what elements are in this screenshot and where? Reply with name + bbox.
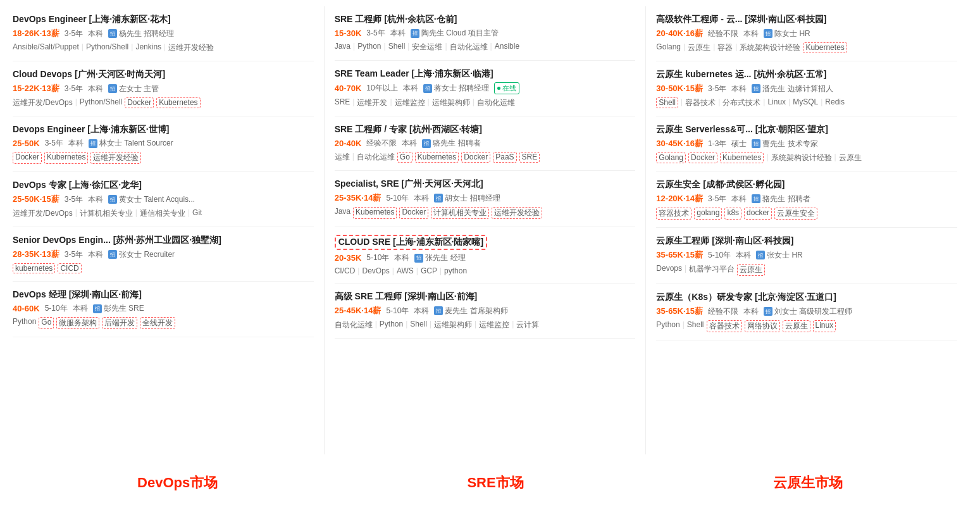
job-education: 本科 <box>731 84 747 94</box>
tag-item: 系统架构设计经验 <box>740 42 800 53</box>
job-card[interactable]: DevOps Engineer [上海·浦东新区·花木]18-26K·13薪3-… <box>13 6 314 61</box>
tag-item: Kubernetes <box>720 153 764 163</box>
recruiter-name: 潘先生 边缘计算招人 <box>762 84 833 94</box>
recruiter-name: 麦先生 首席架构师 <box>445 306 507 316</box>
tag-item: Linux <box>767 97 786 108</box>
tag-separator: | <box>406 320 407 330</box>
tag-item: 运维开发经验 <box>168 42 214 53</box>
job-education: 本科 <box>414 193 429 204</box>
tag-separator: | <box>766 153 768 163</box>
recruiter-icon: 招 <box>434 194 443 203</box>
recruiter-icon: 招 <box>752 84 760 93</box>
job-card[interactable]: DevOps 专家 [上海·徐汇区·龙华]25-50K·15薪3-5年本科招黄女… <box>13 172 314 227</box>
tag-item: Kubernetes <box>156 97 200 108</box>
job-title: DevOps Engineer [上海·浦东新区·花木] <box>13 14 314 25</box>
recruiter-icon: 招 <box>411 29 419 38</box>
tag-item: kubernetes <box>13 263 55 273</box>
job-experience: 3-5年 <box>65 84 83 94</box>
tag-item: 通信相关专业 <box>140 208 185 219</box>
job-card[interactable]: 高级 SRE 工程师 [深圳·南山区·前海]25-45K·14薪5-10年本科招… <box>335 284 636 339</box>
tag-separator: | <box>735 42 737 53</box>
job-card[interactable]: SRE 工程师 [杭州·余杭区·仓前]15-30K3-5年本科招陶先生 Clou… <box>335 6 636 61</box>
tag-separator: | <box>353 42 355 53</box>
job-card[interactable]: Senior DevOps Engin... [苏州·苏州工业园区·独墅湖]28… <box>13 227 314 282</box>
job-salary: 35-65K·15薪 <box>656 249 703 261</box>
footer: DevOps市场SRE市场云原生市场 <box>13 461 967 499</box>
tag-item: Shell <box>656 97 678 108</box>
job-recruiter: 招张女士 Recruiter <box>108 249 175 260</box>
tag-item: 运维开发 <box>357 97 387 108</box>
tag-item: 云原生安全 <box>774 208 817 220</box>
job-education: 本科 <box>736 250 751 261</box>
job-tags: 自动化运维|Python|Shell|运维架构师|运维监控|云计算 <box>335 320 636 330</box>
tag-item: GCP <box>421 266 437 275</box>
job-card[interactable]: CLOUD SRE [上海·浦东新区·陆家嘴]20-35K5-10年本科招张先生… <box>335 227 636 284</box>
job-title: SRE 工程师 / 专家 [杭州·西湖区·转塘] <box>335 124 636 135</box>
recruiter-icon: 招 <box>93 304 102 313</box>
job-card[interactable]: 云原生 kubernetes 运... [杭州·余杭区·五常]30-50K·15… <box>656 61 957 116</box>
job-recruiter: 招蒋女士 招聘经理 <box>423 83 489 94</box>
job-education: 本科 <box>88 249 103 260</box>
job-card[interactable]: 云原生工程师 [深圳·南山区·科技园]35-65K·15薪5-10年本科招张女士… <box>656 228 957 284</box>
job-card[interactable]: Specialist, SRE [广州·天河区·天河北]25-35K·14薪5-… <box>335 171 636 227</box>
job-recruiter: 招曹先生 技术专家 <box>752 139 817 149</box>
job-salary: 40-60K <box>13 304 40 313</box>
tag-item: 运维开发/DevOps <box>13 97 73 108</box>
job-title: DevOps 专家 [上海·徐汇区·龙华] <box>13 180 314 191</box>
tag-item: Go <box>39 317 54 329</box>
tag-separator: | <box>473 97 474 108</box>
job-card[interactable]: SRE 工程师 / 专家 [杭州·西湖区·转塘]20-40K经验不限本科招骆先生… <box>335 116 636 171</box>
job-title: Devops Engineer [上海·浦东新区·世博] <box>13 124 314 135</box>
tag-item: Go <box>397 152 412 163</box>
job-salary: 28-35K·13薪 <box>13 249 59 260</box>
job-card[interactable]: Cloud Devops [广州·天河区·时尚天河]15-22K·13薪3-5年… <box>13 61 314 116</box>
online-badge: 在线 <box>494 82 519 94</box>
job-meta: 20-40K经验不限本科招骆先生 招聘者 <box>335 138 636 149</box>
tag-separator: | <box>384 42 386 53</box>
tag-separator: | <box>821 97 822 108</box>
job-tags: kubernetesCICD <box>13 263 314 273</box>
job-meta: 30-50K·15薪3-5年本科招潘先生 边缘计算招人 <box>656 83 957 94</box>
tag-item: Git <box>192 208 202 219</box>
tag-separator: | <box>75 97 77 108</box>
job-meta: 30-45K·16薪1-3年硕士招曹先生 技术专家 <box>656 138 957 149</box>
tag-separator: | <box>135 208 137 219</box>
job-card[interactable]: 云原生安全 [成都·武侯区·孵化园]12-20K·14薪3-5年本科招骆先生 招… <box>656 171 957 228</box>
job-tags: Golang|云原生|容器|系统架构设计经验Kubernetes <box>656 42 957 53</box>
job-title: 云原生工程师 [深圳·南山区·科技园] <box>656 235 957 247</box>
job-card[interactable]: 云原生 Serverless&可... [北京·朝阳区·望京]30-45K·16… <box>656 116 957 171</box>
market-label-0: DevOps市场 <box>137 473 218 492</box>
page-container: DevOps Engineer [上海·浦东新区·花木]18-26K·13薪3-… <box>0 0 980 505</box>
recruiter-icon: 招 <box>414 254 423 263</box>
job-card[interactable]: SRE Team Leader [上海·浦东新区·临港]40-70K10年以上本… <box>335 61 636 116</box>
tag-item: python <box>444 266 467 275</box>
tag-item: Python <box>357 42 381 53</box>
job-card[interactable]: 高级软件工程师 - 云... [深圳·南山区·科技园]20-40K·16薪经验不… <box>656 6 957 61</box>
tag-separator: | <box>392 266 394 275</box>
column-devops: DevOps Engineer [上海·浦东新区·花木]18-26K·13薪3-… <box>13 6 325 454</box>
tag-item: SRE <box>335 97 350 108</box>
tag-separator: | <box>685 264 686 276</box>
tag-item: Linux <box>813 320 836 332</box>
recruiter-icon: 招 <box>752 194 760 203</box>
tag-item: 容器技术 <box>685 97 716 108</box>
job-salary: 20-35K <box>335 253 362 263</box>
job-card[interactable]: DevOps 经理 [深圳·南山区·前海]40-60K5-10年本科招彭先生 S… <box>13 282 314 337</box>
job-recruiter: 招胡女士 招聘经理 <box>434 193 500 204</box>
job-card[interactable]: 云原生（K8s）研发专家 [北京·海淀区·五道口]35-65K·15薪经验不限本… <box>656 284 957 340</box>
job-education: 本科 <box>394 253 409 263</box>
tag-item: 机器学习平台 <box>689 264 735 276</box>
job-recruiter: 招张先生 经理 <box>414 253 465 263</box>
tag-item: 网络协议 <box>745 320 780 332</box>
recruiter-name: 杨先生 招聘经理 <box>119 28 174 39</box>
tag-item: Ansible/Salt/Puppet <box>13 42 79 53</box>
job-experience: 经验不限 <box>708 306 738 317</box>
tag-item: Golang <box>656 42 681 53</box>
job-card[interactable]: Devops Engineer [上海·浦东新区·世博]25-50K3-5年本科… <box>13 116 314 172</box>
job-experience: 5-10年 <box>386 306 409 316</box>
recruiter-icon: 招 <box>89 139 97 148</box>
recruiter-icon: 招 <box>108 84 117 93</box>
job-salary: 25-50K <box>13 139 40 148</box>
tag-separator: | <box>763 97 765 108</box>
recruiter-icon: 招 <box>108 195 117 204</box>
